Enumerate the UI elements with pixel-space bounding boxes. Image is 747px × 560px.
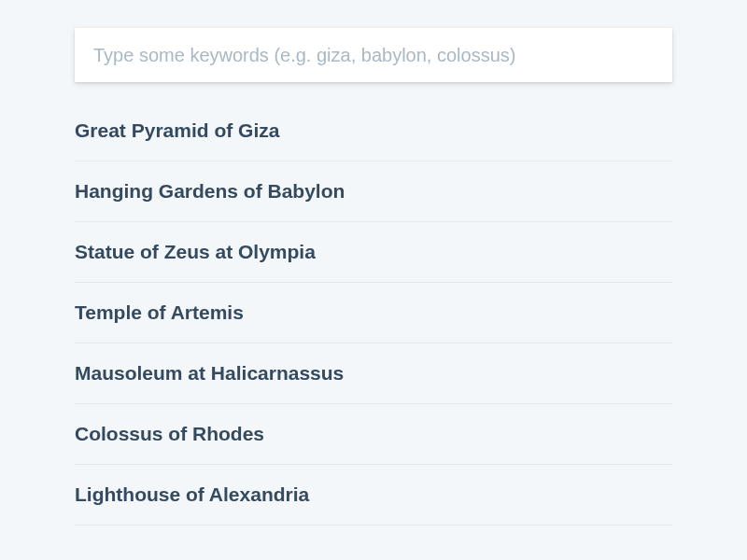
list-item[interactable]: Lighthouse of Alexandria bbox=[75, 465, 672, 525]
list-item[interactable]: Hanging Gardens of Babylon bbox=[75, 161, 672, 222]
search-input[interactable] bbox=[75, 28, 672, 82]
list-item[interactable]: Great Pyramid of Giza bbox=[75, 116, 672, 161]
list-item[interactable]: Statue of Zeus at Olympia bbox=[75, 222, 672, 283]
results-list: Great Pyramid of Giza Hanging Gardens of… bbox=[75, 116, 672, 525]
list-item[interactable]: Colossus of Rhodes bbox=[75, 404, 672, 465]
list-item[interactable]: Mausoleum at Halicarnassus bbox=[75, 343, 672, 404]
list-item[interactable]: Temple of Artemis bbox=[75, 283, 672, 343]
